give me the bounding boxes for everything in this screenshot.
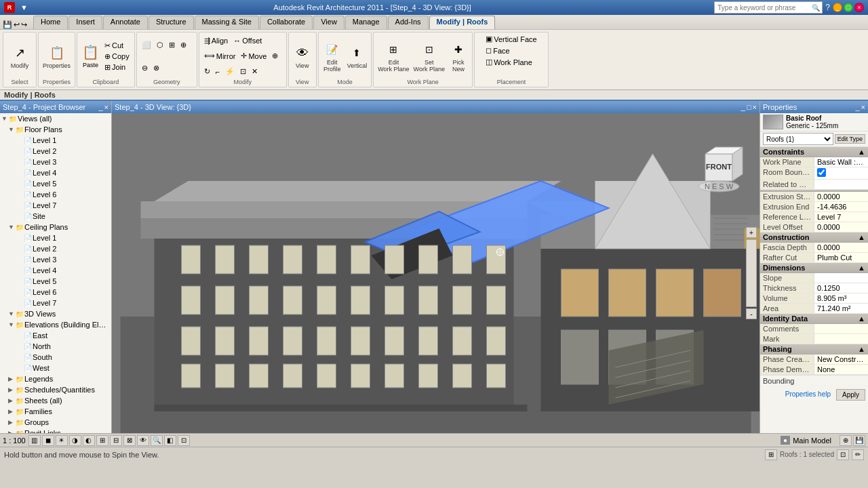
temp-hide-btn[interactable]: 👁 (137, 435, 149, 446)
tree-item-12[interactable]: 📄Level 2 (0, 243, 111, 254)
tree-item-9[interactable]: 📄Site (0, 211, 111, 222)
tree-item-20[interactable]: 📄East (0, 330, 111, 341)
crop-view-btn[interactable]: ⊞ (96, 435, 108, 446)
tree-item-26[interactable]: ▶📁Sheets (all) (0, 395, 111, 406)
tab-massing[interactable]: Massing & Site (195, 16, 259, 29)
browser-content[interactable]: ▼📁Views (all)▼📁Floor Plans📄Level 1📄Level… (0, 113, 111, 433)
help-icon[interactable]: ? (825, 3, 830, 12)
worksharing-btn[interactable]: ⊕ (840, 435, 852, 446)
browser-minimize-icon[interactable]: _ (98, 103, 102, 111)
properties-ribbon-button[interactable]: 📋 Properties (41, 42, 72, 70)
tree-item-14[interactable]: 📄Level 4 (0, 265, 111, 276)
tab-home[interactable]: Home (33, 16, 68, 29)
join-button[interactable]: ⊞ Join (102, 62, 132, 73)
crop-region-btn[interactable]: ⊟ (110, 435, 122, 446)
tree-item-10[interactable]: ▼📁Ceiling Plans (0, 222, 111, 232)
tree-item-2[interactable]: 📄Level 1 (0, 135, 111, 146)
room-bounding-checkbox[interactable] (817, 168, 826, 177)
paste-button[interactable]: 📋 Paste (80, 43, 101, 69)
copy2-button[interactable]: ⊕ (270, 51, 280, 61)
vertical-button[interactable]: ⬆ Vertical (346, 42, 369, 70)
tree-item-13[interactable]: 📄Level 3 (0, 254, 111, 265)
tab-view[interactable]: View (313, 16, 344, 29)
section-dimensions[interactable]: Dimensions ▲ (760, 263, 868, 273)
search-bar[interactable]: 🔍 (714, 1, 823, 14)
tree-item-18[interactable]: ▼📁3D Views (0, 308, 111, 319)
tree-item-11[interactable]: 📄Level 1 (0, 232, 111, 243)
align-button[interactable]: ⇶Align (202, 36, 230, 46)
status-filter-btn[interactable]: ⊞ (765, 449, 777, 460)
save-local-btn[interactable]: 💾 (853, 435, 865, 446)
copy-button[interactable]: ⊕ Copy (102, 52, 132, 62)
tab-structure[interactable]: Structure (149, 16, 194, 29)
cut-button[interactable]: ✂ Cut (102, 41, 132, 51)
geometry-btn3[interactable]: ⊞ (167, 40, 177, 50)
tree-item-7[interactable]: 📄Level 6 (0, 189, 111, 200)
mirror-button[interactable]: ⟺Mirror (202, 51, 238, 61)
geometry-btn2[interactable]: ⬡ (155, 40, 165, 50)
tab-annotate[interactable]: Annotate (103, 16, 148, 29)
edit-workplane-button[interactable]: ⊞ EditWork Plane (376, 39, 410, 74)
geometry-btn1[interactable]: ⬜ (140, 40, 153, 50)
tree-item-4[interactable]: 📄Level 3 (0, 157, 111, 167)
face-button[interactable]: ◻ Face (484, 45, 511, 56)
view-canvas[interactable]: FRONT N E S W + - (112, 113, 760, 433)
tree-item-25[interactable]: ▶📁Schedules/Quantities (0, 384, 111, 395)
modify-button[interactable]: ↗ Modify (9, 42, 31, 70)
annotation-crop-btn[interactable]: ⊠ (123, 435, 136, 446)
edit-type-button[interactable]: Edit Type (835, 134, 865, 144)
tree-item-27[interactable]: ▶📁Families (0, 406, 111, 417)
section-constraints[interactable]: Constraints ▲ (760, 147, 868, 157)
view-ribbon-btn[interactable]: 👁 View (292, 42, 313, 70)
menu-item-file[interactable]: ▼ (18, 3, 31, 12)
search-icon[interactable]: 🔍 (810, 4, 822, 12)
section-phasing[interactable]: Phasing ▲ (760, 344, 868, 354)
delete-button[interactable]: ✕ (250, 66, 260, 77)
tree-item-8[interactable]: 📄Level 7 (0, 200, 111, 211)
props-close-icon[interactable]: × (861, 103, 865, 111)
pick-new-button[interactable]: ✚ PickNew (448, 39, 469, 74)
tab-collaborate[interactable]: Collaborate (260, 16, 313, 29)
edit-profile-button[interactable]: 📝 EditProfile (321, 39, 343, 74)
tab-manage[interactable]: Manage (345, 16, 387, 29)
view-close-icon[interactable]: × (753, 103, 757, 111)
status-edit-btn[interactable]: ✏ (852, 449, 864, 460)
tree-item-22[interactable]: 📄South (0, 352, 111, 363)
nav-cube[interactable]: FRONT N E S W (692, 140, 746, 195)
geometry-btn5[interactable]: ⊖ (140, 63, 150, 73)
geometry-btn6[interactable]: ⊗ (151, 63, 161, 73)
maximize-button[interactable]: □ (844, 3, 853, 12)
tree-item-24[interactable]: ▶📁Legends (0, 373, 111, 384)
scale-button[interactable]: ⊡ (238, 66, 248, 77)
work-plane-button[interactable]: ◫ Work Plane (484, 57, 534, 67)
tree-item-3[interactable]: 📄Level 2 (0, 146, 111, 157)
props-minimize-icon[interactable]: _ (855, 103, 859, 111)
split-button[interactable]: ⚡ (223, 66, 237, 77)
section-construction[interactable]: Construction ▲ (760, 232, 868, 243)
apply-button[interactable]: Apply (836, 389, 865, 401)
minimize-button[interactable]: _ (833, 3, 842, 12)
zoom-in-button[interactable]: + (746, 227, 757, 238)
tab-insert[interactable]: Insert (68, 16, 102, 29)
tree-item-5[interactable]: 📄Level 4 (0, 167, 111, 178)
tab-addins[interactable]: Add-Ins (388, 16, 429, 29)
zoom-out-button[interactable]: - (746, 308, 757, 319)
properties-help-link[interactable]: Properties help (783, 389, 833, 401)
tab-modify-roofs[interactable]: Modify | Roofs (429, 16, 496, 29)
rotate-button[interactable]: ↻ (202, 66, 212, 77)
close-button[interactable]: × (854, 3, 864, 12)
set-workplane-button[interactable]: ⊡ SetWork Plane (412, 39, 446, 74)
instance-selector[interactable]: Roofs (1) (763, 133, 833, 145)
tree-item-29[interactable]: ▶📁Revit Links (0, 428, 111, 433)
tree-item-17[interactable]: 📄Level 7 (0, 298, 111, 308)
view-maximize-icon[interactable]: □ (747, 103, 751, 111)
design-options-btn[interactable]: ⊡ (178, 435, 190, 446)
render-btn[interactable]: ◐ (83, 435, 95, 446)
tree-item-0[interactable]: ▼📁Views (all) (0, 113, 111, 124)
tree-item-21[interactable]: 📄North (0, 341, 111, 352)
tree-item-19[interactable]: ▼📁Elevations (Building Elevation) (0, 319, 111, 330)
browser-close-icon[interactable]: × (104, 103, 108, 111)
sun-path-btn[interactable]: ☀ (56, 435, 68, 446)
tree-item-16[interactable]: 📄Level 6 (0, 287, 111, 298)
worksets-btn[interactable]: ◧ (164, 435, 176, 446)
